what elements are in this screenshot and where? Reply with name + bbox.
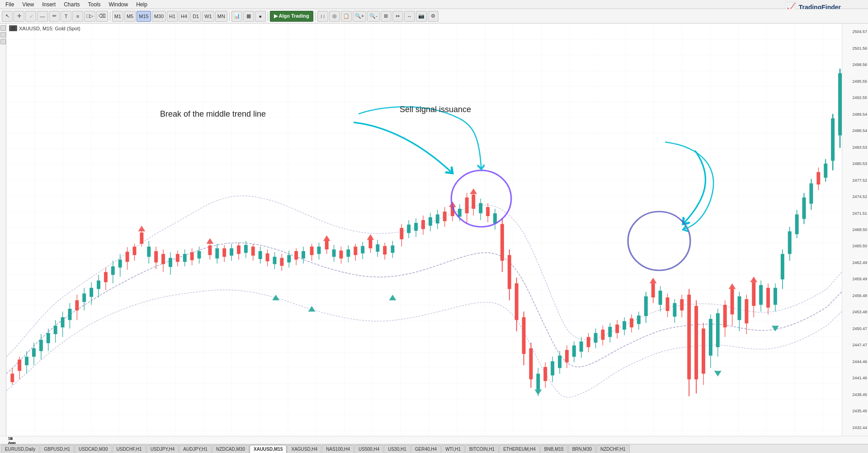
tab-audjpy-h1[interactable]: AUDJPY,H1 [179, 445, 212, 453]
svg-rect-45 [147, 246, 151, 256]
line-tool[interactable]: ⟋ [25, 11, 36, 22]
tab-ethereum-h4[interactable]: ETHEREUM,H4 [499, 445, 540, 453]
menu-item-window[interactable]: Window [105, 1, 132, 8]
svg-rect-85 [287, 255, 291, 262]
tf-w1[interactable]: W1 [202, 11, 214, 22]
svg-rect-129 [436, 214, 439, 223]
crosshair-tool[interactable]: ✛ [14, 11, 24, 22]
tab-brn-m30[interactable]: BRN,M30 [568, 445, 596, 453]
tab-usdcad-m30[interactable]: USDCAD,M30 [75, 445, 112, 453]
tf-h1[interactable]: H1 [167, 11, 178, 22]
svg-rect-170 [572, 345, 576, 357]
svg-rect-145 [486, 207, 490, 216]
tab-usdjpy-h4[interactable]: USDJPY,H4 [146, 445, 179, 453]
svg-rect-94 [317, 246, 321, 254]
settings-btn[interactable]: ⚙ [428, 11, 439, 22]
scroll-btn[interactable]: ⇔ [392, 11, 403, 22]
text-tool[interactable]: T [61, 11, 71, 22]
tab-ger40-h4[interactable]: GER40,H4 [411, 445, 441, 453]
menu-item-tools[interactable]: Tools [85, 1, 104, 8]
left-tool-3[interactable] [0, 39, 6, 44]
tab-us30-h1[interactable]: US30,H1 [384, 445, 410, 453]
svg-rect-8 [18, 359, 21, 371]
tab-gbpusd-h1[interactable]: GBPUSD,H1 [40, 445, 74, 453]
tf-mn[interactable]: MN [215, 11, 227, 22]
svg-rect-18 [54, 326, 57, 334]
algo-trading-btn[interactable]: ▶ Algo Trading [270, 11, 313, 22]
svg-rect-110 [368, 239, 372, 248]
tab-usdchf-h1[interactable]: USDCHF,H1 [113, 445, 146, 453]
zoom-out-btn[interactable]: 🔍- [367, 11, 380, 22]
tf-m30[interactable]: M30 [152, 11, 166, 22]
objects-btn[interactable]: ◎ [329, 11, 340, 22]
svg-rect-188 [637, 316, 641, 324]
chart-svg [6, 24, 842, 436]
svg-rect-141 [472, 195, 475, 209]
templates-btn[interactable]: 📋 [341, 11, 352, 22]
svg-rect-212 [716, 313, 720, 347]
svg-rect-76 [259, 251, 262, 259]
svg-rect-149 [500, 224, 504, 261]
hline-tool[interactable]: — [37, 11, 48, 22]
svg-rect-201 [680, 299, 684, 311]
svg-rect-26 [82, 293, 86, 302]
svg-rect-245 [824, 164, 827, 178]
tf-m5[interactable]: M5 [124, 11, 136, 22]
left-panel [0, 24, 6, 436]
svg-rect-221 [745, 299, 748, 324]
svg-rect-243 [816, 172, 820, 184]
chart-area[interactable]: ⬛ XAUUSD, M15: Gold (Spot) Break of the … [6, 24, 842, 436]
chart-symbol-text: XAUUSD, M15: Gold (Spot) [19, 26, 80, 31]
menu-item-charts[interactable]: Charts [60, 1, 83, 8]
svg-rect-125 [421, 220, 425, 229]
svg-rect-61 [208, 245, 212, 255]
zoom-in-btn[interactable]: 🔍+ [353, 11, 366, 22]
svg-rect-131 [443, 212, 447, 221]
tab-us500-h4[interactable]: US500,H4 [354, 445, 383, 453]
chart-fill-btn[interactable]: ▦ [243, 11, 254, 22]
tab-bnb-m15[interactable]: BNB,M15 [540, 445, 568, 453]
autoscroll-btn[interactable]: ↔ [404, 11, 415, 22]
tf-h4[interactable]: H4 [179, 11, 189, 22]
svg-rect-166 [558, 356, 561, 368]
chart-color-btn[interactable]: ● [255, 11, 266, 22]
time-axis: 9 Aug 2024 12 Aug 02:00 12 Aug 06:00 12 … [0, 436, 868, 444]
tab-nzdcad-m30[interactable]: NZDCAD,M30 [212, 445, 249, 453]
svg-rect-51 [169, 258, 172, 267]
left-tool-1[interactable] [0, 25, 6, 31]
price-label-10: 2474.52 [852, 194, 867, 199]
svg-rect-28 [90, 288, 93, 297]
tab-xauusd-m15[interactable]: XAUUSD,M15 [250, 445, 287, 453]
svg-rect-235 [788, 231, 792, 254]
tab-nzdchf-h1[interactable]: NZDCHF,H1 [596, 445, 630, 453]
fibonacci-tool[interactable]: ≡ [72, 11, 83, 22]
tab-wti-h1[interactable]: WTI,H1 [441, 445, 465, 453]
chart-type-btn[interactable]: 📊 [231, 11, 242, 22]
menu-item-view[interactable]: View [19, 1, 38, 8]
tab-xagusd-h4[interactable]: XAGUSD,H4 [287, 445, 321, 453]
menu-item-insert[interactable]: Insert [38, 1, 59, 8]
menu-item-file[interactable]: File [2, 1, 18, 8]
left-tool-2[interactable] [0, 32, 6, 38]
tab-nas100-h4[interactable]: NAS100,H4 [322, 445, 354, 453]
svg-rect-233 [781, 254, 784, 279]
svg-rect-114 [383, 246, 387, 255]
svg-rect-247 [831, 118, 835, 161]
svg-rect-78 [266, 253, 269, 261]
tf-m15[interactable]: M15 [137, 11, 151, 22]
cursor-tool[interactable]: ↖ [2, 11, 13, 22]
screenshot-btn[interactable]: 📷 [416, 11, 427, 22]
tab-bitcoin-h1[interactable]: BITCOIN,H1 [465, 445, 499, 453]
pen-tool[interactable]: ✏ [49, 11, 60, 22]
menu-item-help[interactable]: Help [132, 1, 151, 8]
tf-m1[interactable]: M1 [112, 11, 123, 22]
indicators-btn[interactable]: ⫶⫶ [317, 11, 328, 22]
tf-d1[interactable]: D1 [190, 11, 201, 22]
tab-eurusd-daily[interactable]: EURUSD,Daily [1, 445, 39, 453]
grid-btn[interactable]: ⊞ [381, 11, 392, 22]
delete-tool[interactable]: ⌫ [96, 11, 108, 22]
svg-rect-112 [376, 244, 379, 251]
svg-rect-241 [809, 184, 813, 204]
shapes-tool[interactable]: □▷ [84, 11, 95, 22]
svg-rect-107 [361, 246, 364, 253]
